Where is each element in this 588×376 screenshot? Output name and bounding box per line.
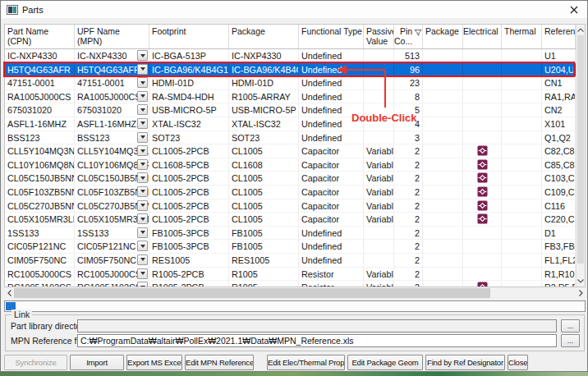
synchronize-button[interactable]: Synchronize (4, 355, 67, 370)
table-row[interactable]: CL05X105MR3LNNHCL05X105MR3LNNHCL1005-2PC… (5, 213, 576, 227)
edit-mpn-reference-button[interactable]: Edit MPN Reference (185, 355, 254, 370)
mpn-dropdown-button[interactable] (137, 213, 148, 224)
cell-package2 (423, 158, 463, 172)
mpn-dropdown-button[interactable] (137, 268, 148, 279)
scroll-up-button[interactable] (577, 25, 585, 35)
export-ms-excel-button[interactable]: Export MS Excel (126, 355, 182, 370)
cell-passive_value (364, 76, 394, 90)
cell-pin_count: 2 (394, 227, 423, 241)
mpn-dropdown-button[interactable] (137, 227, 148, 238)
close-button[interactable] (561, 1, 587, 18)
table-row[interactable]: 47151-000147151-0001HDMI-01DHDMI-01DUnde… (5, 76, 576, 90)
vertical-scrollbar[interactable] (576, 25, 585, 287)
cell-package: RES1005 (229, 254, 299, 268)
table-row[interactable]: RA1005J000CSRA1005J000CSRA-SMD4-HDHR1005… (5, 90, 576, 104)
mpn-dropdown-button[interactable] (137, 77, 148, 88)
table-row[interactable]: H5TQ4G63AFRH5TQ4G63AFRIC-BGA96/K4B4G16IC… (5, 63, 576, 77)
column-header-reference[interactable]: Reference (542, 25, 576, 48)
chevron-down-icon (140, 218, 145, 221)
cell-electrical (463, 63, 502, 77)
column-header-thermal[interactable]: Thermal (502, 25, 542, 48)
column-header-footprint[interactable]: Footprint (149, 25, 229, 48)
table-row[interactable]: BSS123BSS123SOT23SOT23Undefined3Q1,Q2 (5, 131, 576, 145)
cell-footprint: CL1005-2PCB (149, 172, 229, 186)
cell-pin_count: 3 (394, 131, 423, 145)
table-row[interactable]: RC1005J000CSRC1005J000CSR1005-2PCBR1005R… (5, 268, 576, 282)
column-header-cpn[interactable]: Part Name (CPN) (5, 25, 75, 48)
part-library-browse-button[interactable]: ... (561, 319, 580, 332)
cell-electrical (463, 268, 502, 282)
vertical-scrollbar-thumb[interactable] (577, 35, 584, 264)
cell-thermal (502, 76, 542, 90)
mpn-dropdown-button[interactable] (137, 91, 148, 102)
table-row[interactable]: RC1005J102CSRC1005J102CSR1005-2PCBR1005R… (5, 281, 576, 287)
mpn-dropdown-button[interactable] (137, 64, 148, 75)
mpn-reference-file-input[interactable] (77, 334, 557, 347)
mpn-dropdown-button[interactable] (137, 132, 148, 143)
column-header-package[interactable]: Package (229, 25, 299, 48)
table-row[interactable]: CL10Y106MQ8NRNCCL10Y106MQ8NRNCCL1608-5PC… (5, 158, 576, 172)
scroll-down-button[interactable] (577, 276, 585, 287)
mpn-dropdown-button[interactable] (137, 282, 148, 287)
edit-package-geom-button[interactable]: Edit Package Geom (347, 355, 423, 370)
electrical-prop-icon (477, 213, 488, 224)
cell-passive_value (364, 49, 394, 63)
mpn-dropdown-button[interactable] (137, 200, 148, 211)
column-header-package2[interactable]: Package (423, 25, 463, 48)
table-row[interactable]: CL05C270JB5NNWCCL05C270JB5NNWCCL1005-2PC… (5, 199, 576, 213)
cell-functional_type: Capacitor (299, 186, 364, 199)
secondary-scrollbar[interactable] (4, 300, 586, 312)
cell-cpn: H5TQ4G63AFR (5, 63, 75, 77)
mpn-dropdown-button[interactable] (137, 186, 148, 197)
edit-elec-thermal-prop-button[interactable]: Edit Elec/Thermal Prop (267, 355, 345, 370)
cell-reference: R2,R5,R (542, 281, 576, 287)
mpn-dropdown-button[interactable] (137, 145, 148, 156)
cell-package: SOT23 (229, 131, 299, 145)
mpn-dropdown-button[interactable] (137, 241, 148, 251)
mpn-dropdown-button[interactable] (137, 118, 148, 129)
horizontal-scrollbar-thumb[interactable] (14, 288, 490, 298)
cell-electrical (463, 199, 502, 213)
column-header-functional_type[interactable]: Functional Type (299, 25, 364, 48)
column-header-pin_count[interactable]: Pin Co... (394, 25, 423, 48)
mpn-dropdown-button[interactable] (137, 50, 148, 61)
table-row[interactable]: CIC05P121NCCIC05P121NCFB1005-3PCBFB1005U… (5, 240, 576, 254)
table-row[interactable]: CL05F103ZB5NNNCCL05F103ZB5NNNCCL1005-2PC… (5, 186, 576, 199)
find-by-ref-designator-button[interactable]: Find by Ref Designator (425, 355, 505, 370)
table-row[interactable]: IC-NXP4330IC-NXP4330IC-BGA-513PIC-NXP433… (5, 49, 576, 63)
import-button[interactable]: Import (70, 355, 124, 370)
chevron-down-icon (140, 231, 145, 234)
table-body: IC-NXP4330IC-NXP4330IC-BGA-513PIC-NXP433… (5, 49, 576, 287)
cell-footprint: SOT23 (149, 131, 229, 145)
table-row[interactable]: 675031020675031020USB-MICRO-5PUSB-MICRO-… (5, 103, 576, 117)
cell-mpn: CL05C150JB5NNND (75, 172, 149, 186)
part-library-directory-input[interactable] (77, 319, 557, 332)
cell-mpn: ASFL1-16MHZ (75, 117, 149, 131)
mpn-dropdown-button[interactable] (137, 159, 148, 170)
column-header-label: Thermal (504, 26, 536, 36)
column-header-electrical[interactable]: Electrical (463, 25, 502, 48)
table-row[interactable]: CL05C150JB5NNNDCL05C150JB5NNNDCL1005-2PC… (5, 172, 576, 186)
table-row[interactable]: CLL5Y104MQ3NLNCCLL5Y104MQ3NLNCCL1005-2PC… (5, 144, 576, 158)
mpn-dropdown-button[interactable] (137, 172, 148, 183)
table-row[interactable]: CIM05F750NCCIM05F750NCRES1005RES1005Unde… (5, 254, 576, 268)
cell-footprint: CL1005-2PCB (149, 199, 229, 213)
horizontal-scrollbar[interactable] (4, 288, 586, 298)
cell-thermal (502, 254, 542, 268)
column-header-passive_value[interactable]: Passive Value (364, 25, 394, 48)
mpn-dropdown-button[interactable] (137, 254, 148, 265)
cell-package2 (423, 172, 463, 186)
cell-reference: R1,R10, (542, 268, 576, 282)
cell-footprint: RA-SMD4-HDH (149, 90, 229, 104)
cell-footprint: IC-BGA96/K4B4G16 (149, 63, 229, 77)
scroll-left-button[interactable] (4, 288, 14, 298)
mpn-dropdown-button[interactable] (137, 104, 148, 115)
table-row[interactable]: ASFL1-16MHZASFL1-16MHZXTAL-ISC32XTAL-ISC… (5, 117, 576, 131)
close-button-bottom-button[interactable]: Close (508, 355, 528, 370)
table-row[interactable]: 1SS1331SS133FB1005-3PCBFB1005Undefined2D… (5, 227, 576, 241)
column-header-mpn[interactable]: UPF Name (MPN) (75, 25, 149, 48)
column-header-label: Reference (544, 26, 576, 36)
mpn-reference-browse-button[interactable]: ... (561, 334, 580, 347)
scroll-right-button[interactable] (576, 288, 586, 298)
chevron-down-icon (140, 67, 145, 71)
